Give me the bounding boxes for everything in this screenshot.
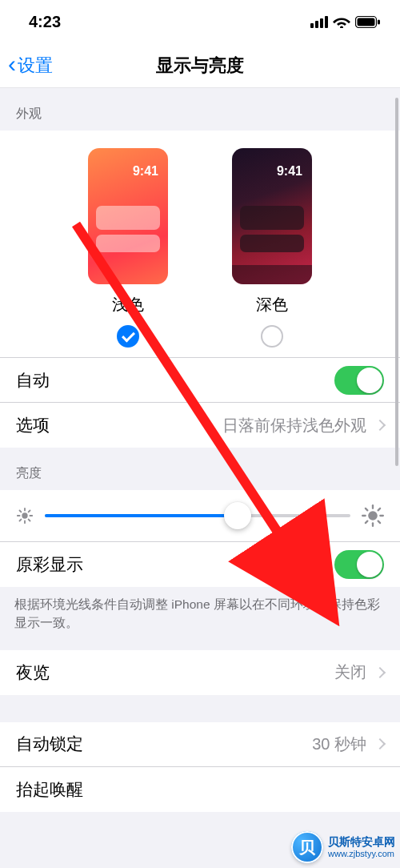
svg-line-17 xyxy=(366,508,367,510)
brightness-group: 原彩显示 xyxy=(0,490,400,587)
night-shift-group: 夜览 关闭 xyxy=(0,650,400,695)
appearance-light-option[interactable]: 9:41 浅色 xyxy=(88,148,168,348)
svg-point-12 xyxy=(368,511,378,520)
wifi-icon xyxy=(333,15,350,28)
appearance-group: 9:41 浅色 9:41 深色 xyxy=(0,131,400,358)
truetone-toggle[interactable] xyxy=(334,550,384,579)
brightness-slider[interactable] xyxy=(45,514,350,517)
night-shift-label: 夜览 xyxy=(16,661,334,684)
watermark-url: www.zjbstyy.com xyxy=(328,849,394,859)
truetone-footer: 根据环境光线条件自动调整 iPhone 屏幕以在不同环境下保持色彩显示一致。 xyxy=(0,587,400,650)
light-label: 浅色 xyxy=(112,294,144,315)
battery-icon xyxy=(355,16,381,28)
raise-label: 抬起唤醒 xyxy=(16,778,384,801)
svg-line-20 xyxy=(378,508,380,510)
watermark-logo-icon xyxy=(291,831,323,863)
options-label: 选项 xyxy=(16,414,222,436)
scrollbar[interactable] xyxy=(395,98,398,466)
radio-selected-icon xyxy=(117,325,139,348)
section-header-brightness: 亮度 xyxy=(0,448,400,490)
page-title: 显示与亮度 xyxy=(0,54,400,78)
dark-label: 深色 xyxy=(256,294,288,315)
light-preview: 9:41 xyxy=(88,148,168,284)
preview-clock: 9:41 xyxy=(133,164,158,179)
appearance-dark-option[interactable]: 9:41 深色 xyxy=(232,148,312,348)
truetone-label: 原彩显示 xyxy=(16,553,334,576)
options-value: 日落前保持浅色外观 xyxy=(222,415,366,436)
appearance-settings-group: 自动 选项 日落前保持浅色外观 xyxy=(0,358,400,448)
watermark: 贝斯特安卓网 www.zjbstyy.com xyxy=(291,831,395,863)
truetone-row[interactable]: 原彩显示 xyxy=(0,542,400,587)
sun-large-icon xyxy=(362,504,384,527)
svg-line-11 xyxy=(29,510,30,512)
autolock-group: 自动锁定 30 秒钟 抬起唤醒 xyxy=(0,722,400,812)
svg-line-8 xyxy=(19,510,21,512)
chevron-right-icon xyxy=(374,666,386,677)
autolock-row[interactable]: 自动锁定 30 秒钟 xyxy=(0,722,400,767)
autolock-label: 自动锁定 xyxy=(16,733,312,755)
chevron-right-icon xyxy=(374,420,386,431)
svg-rect-2 xyxy=(378,19,380,24)
dark-preview: 9:41 xyxy=(232,148,312,284)
svg-line-10 xyxy=(19,520,21,521)
cellular-icon xyxy=(310,16,328,28)
brightness-slider-row xyxy=(0,490,400,542)
preview-clock: 9:41 xyxy=(277,164,302,179)
automatic-label: 自动 xyxy=(16,369,334,392)
sun-small-icon xyxy=(16,507,34,524)
svg-line-18 xyxy=(378,521,380,523)
svg-rect-1 xyxy=(358,18,375,26)
svg-point-3 xyxy=(22,512,27,518)
status-bar: 4:23 xyxy=(0,0,400,43)
watermark-name: 贝斯特安卓网 xyxy=(328,835,395,849)
options-row[interactable]: 选项 日落前保持浅色外观 xyxy=(0,403,400,448)
raise-to-wake-row[interactable]: 抬起唤醒 xyxy=(0,767,400,812)
night-shift-value: 关闭 xyxy=(334,661,366,683)
svg-line-9 xyxy=(29,520,30,521)
section-header-appearance: 外观 xyxy=(0,88,400,131)
chevron-right-icon xyxy=(374,738,386,749)
autolock-value: 30 秒钟 xyxy=(312,733,366,755)
night-shift-row[interactable]: 夜览 关闭 xyxy=(0,650,400,695)
slider-thumb[interactable] xyxy=(224,502,251,529)
automatic-toggle[interactable] xyxy=(334,366,384,395)
status-indicators xyxy=(310,15,381,28)
svg-line-19 xyxy=(366,521,367,523)
nav-bar: ‹ 设置 显示与亮度 xyxy=(0,43,400,88)
status-time: 4:23 xyxy=(29,13,61,31)
automatic-row[interactable]: 自动 xyxy=(0,358,400,403)
radio-unselected-icon xyxy=(261,325,283,348)
